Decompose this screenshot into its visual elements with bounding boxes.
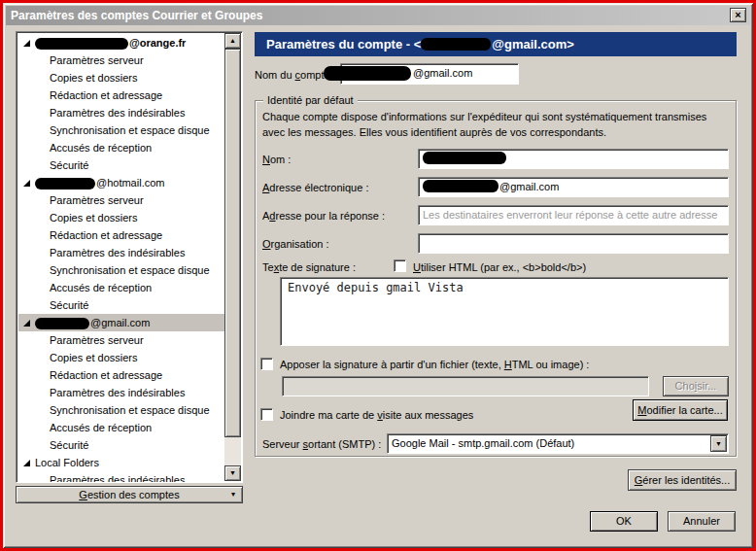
redaction-blob	[35, 178, 95, 189]
account-label: Local Folders	[35, 457, 99, 468]
organisation-input[interactable]	[418, 233, 729, 254]
tree-item-synchronisation-et-espace-disque[interactable]: Synchronisation et espace disque	[18, 121, 224, 139]
manage-identities-button[interactable]: Gérer les identités...	[628, 469, 737, 491]
account-name-value: @gmail.com	[413, 67, 472, 79]
tree-item-s-curit-[interactable]: Sécurité	[18, 296, 224, 314]
edit-vcard-button[interactable]: Modifier la carte...	[633, 399, 728, 421]
tree-scrollbar[interactable]: ▲ ▼	[224, 33, 241, 481]
email-input[interactable]: @gmail.com	[418, 177, 729, 197]
chevron-down-icon: ▼	[715, 440, 722, 447]
tree-item-r-daction-et-adressage[interactable]: Rédaction et adressage	[18, 366, 224, 384]
signature-label: Texte de signature :	[262, 260, 356, 274]
scroll-down-button[interactable]: ▼	[224, 465, 241, 481]
manage-identities-label: Gérer les identités...	[635, 474, 730, 486]
scrollbar-thumb[interactable]	[224, 49, 241, 437]
tree-item-copies-et-dossiers[interactable]: Copies et dossiers	[18, 209, 224, 226]
scroll-up-button[interactable]: ▲	[224, 33, 241, 49]
tree-item-accus-s-de-r-ception[interactable]: Accusés de réception	[18, 419, 224, 436]
tree-item-copies-et-dossiers[interactable]: Copies et dossiers	[18, 349, 224, 366]
email-label: Adresse électronique :	[262, 181, 368, 194]
redaction-blob	[35, 318, 89, 329]
account-label: @orange.fr	[129, 37, 186, 49]
identity-legend: Identité par défaut	[263, 93, 358, 107]
pane-header-suffix: @gmail.com>	[492, 37, 574, 52]
reply-address-label: Adresse pour la réponse :	[262, 209, 385, 223]
cancel-label: Annuler	[683, 515, 720, 527]
tree-item-s-curit-[interactable]: Sécurité	[18, 156, 224, 174]
tree-item-accus-s-de-r-ception[interactable]: Accusés de réception	[18, 139, 224, 156]
attach-vcard-label: Joindre ma carte de visite aux messages	[280, 408, 473, 422]
use-html-checkbox[interactable]	[394, 259, 406, 272]
tree-item-r-daction-et-adressage[interactable]: Rédaction et adressage	[18, 226, 224, 244]
tree-item-param-tres-serveur[interactable]: Paramètres serveur	[18, 331, 224, 349]
name-input[interactable]	[418, 149, 729, 169]
tree-account-row[interactable]: @orange.fr	[18, 34, 224, 52]
edit-vcard-label: Modifier la carte...	[637, 404, 722, 416]
tree-item-r-daction-et-adressage[interactable]: Rédaction et adressage	[18, 86, 224, 104]
tree-item-param-tres-des-ind-sirables[interactable]: Paramètres des indésirables	[18, 104, 224, 121]
window-titlebar[interactable]: Paramètres des comptes Courrier et Group…	[6, 6, 750, 25]
scroll-down-icon: ▼	[229, 469, 236, 476]
redaction-blob	[421, 38, 491, 51]
tree-item-param-tres-des-ind-sirables[interactable]: Paramètres des indésirables	[18, 244, 224, 261]
pane-header: Paramètres du compte - <@gmail.com>	[255, 32, 737, 56]
ok-label: OK	[616, 515, 632, 527]
smtp-dropdown-button[interactable]: ▼	[710, 435, 727, 452]
tree-item-param-tres-serveur[interactable]: Paramètres serveur	[18, 191, 224, 209]
pane-header-prefix: Paramètres du compte - <	[266, 37, 421, 52]
email-value: @gmail.com	[499, 181, 559, 192]
redaction-blob	[324, 66, 411, 81]
tree-item-param-tres-des-ind-sirables[interactable]: Paramètres des indésirables	[18, 471, 224, 483]
attach-signature-checkbox[interactable]	[260, 358, 273, 370]
tree-account-row[interactable]: Local Folders	[18, 454, 224, 471]
attach-signature-label: Apposer la signature à partir d'un fichi…	[280, 358, 589, 371]
manage-accounts-button[interactable]: Gestion des comptes ▾	[16, 486, 243, 503]
expander-icon[interactable]	[23, 460, 30, 466]
cancel-button[interactable]: Annuler	[668, 511, 736, 532]
account-label: @hotmail.com	[96, 177, 164, 189]
manage-accounts-label: Gestion des comptes	[79, 489, 179, 500]
smtp-selected-value: Google Mail - smtp.gmail.com (Défaut)	[392, 437, 574, 449]
close-button[interactable]: ×	[730, 8, 746, 22]
tree-account-row[interactable]: @gmail.com	[18, 314, 224, 331]
reply-address-placeholder: Les destinataires enverront leur réponse…	[423, 209, 717, 221]
smtp-dropdown[interactable]: Google Mail - smtp.gmail.com (Défaut) ▼	[387, 433, 729, 454]
expander-icon[interactable]	[23, 40, 30, 47]
account-settings-dialog: Paramètres des comptes Courrier et Group…	[0, 0, 756, 551]
tree-item-param-tres-serveur[interactable]: Paramètres serveur	[18, 52, 224, 69]
tree-item-param-tres-des-ind-sirables[interactable]: Paramètres des indésirables	[18, 384, 224, 401]
organisation-label: Organisation :	[262, 237, 329, 251]
smtp-label: Serveur sortant (SMTP) :	[262, 437, 381, 451]
tree-item-s-curit-[interactable]: Sécurité	[18, 436, 224, 454]
tree-item-synchronisation-et-espace-disque[interactable]: Synchronisation et espace disque	[18, 261, 224, 279]
close-icon: ×	[735, 9, 740, 20]
redaction-blob	[423, 152, 506, 164]
scroll-up-icon: ▲	[229, 37, 236, 44]
identity-description: Chaque compte dispose d'informations sur…	[262, 109, 731, 140]
choose-file-button: Choisir...	[663, 376, 729, 396]
choose-file-label: Choisir...	[675, 380, 717, 392]
accounts-tree: @orange.frParamètres serveurCopies et do…	[16, 31, 243, 483]
reply-address-input[interactable]: Les destinataires enverront leur réponse…	[418, 205, 729, 225]
window-title: Paramètres des comptes Courrier et Group…	[11, 9, 262, 22]
tree-account-row[interactable]: @hotmail.com	[18, 174, 224, 191]
redaction-blob	[423, 180, 498, 192]
account-label: @gmail.com	[90, 317, 150, 328]
expander-icon[interactable]	[23, 180, 30, 187]
dropdown-arrow-icon: ▾	[231, 487, 235, 502]
accounts-tree-rows: @orange.frParamètres serveurCopies et do…	[18, 34, 224, 483]
signature-textarea[interactable]: Envoyé depuis gmail Vista	[280, 277, 729, 346]
attach-vcard-checkbox[interactable]	[260, 408, 273, 421]
tree-item-copies-et-dossiers[interactable]: Copies et dossiers	[18, 69, 224, 86]
use-html-label: Utiliser HTML (par ex., <b>bold</b>)	[413, 260, 586, 274]
name-label: Nom :	[262, 153, 291, 166]
ok-button[interactable]: OK	[590, 511, 658, 532]
tree-item-synchronisation-et-espace-disque[interactable]: Synchronisation et espace disque	[18, 401, 224, 419]
redaction-blob	[35, 38, 128, 50]
tree-item-accus-s-de-r-ception[interactable]: Accusés de réception	[18, 279, 224, 296]
expander-icon[interactable]	[23, 320, 30, 327]
signature-file-input	[282, 376, 649, 396]
